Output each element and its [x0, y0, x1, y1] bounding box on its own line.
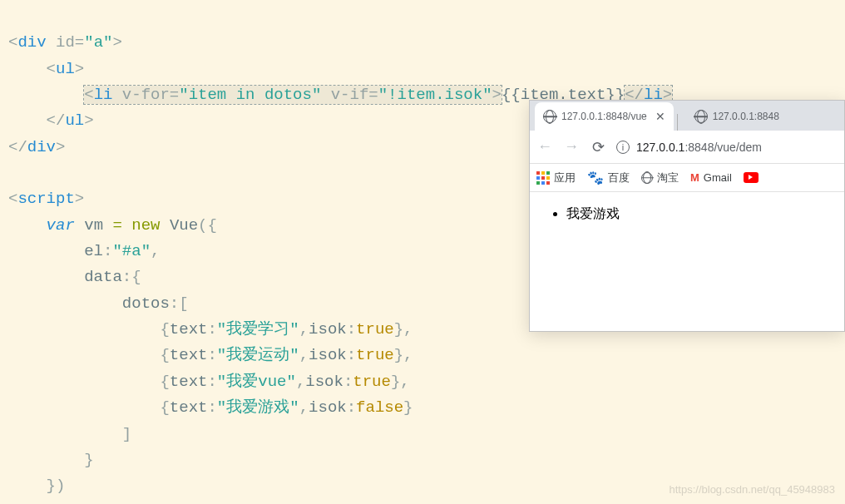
val-id: "a": [84, 33, 112, 52]
browser-window: 127.0.0.1:8848/vue ✕ 127.0.0.1:8848 ← → …: [529, 100, 845, 332]
kw-new: new: [131, 216, 160, 235]
tag-ul-close: ul: [65, 111, 84, 130]
prop-dotos: dotos: [122, 294, 170, 313]
reload-icon[interactable]: ⟳: [590, 138, 606, 156]
youtube-icon: [744, 172, 759, 183]
item0-isok: true: [356, 320, 394, 338]
attr-id: id: [56, 33, 75, 52]
bookmark-youtube[interactable]: [744, 172, 759, 183]
val-vfor: "item in dotos": [179, 86, 321, 104]
tab-title: 127.0.0.1:8848/vue: [561, 111, 647, 122]
prop-data: data: [84, 268, 122, 286]
browser-tab-active[interactable]: 127.0.0.1:8848/vue ✕: [535, 102, 674, 131]
rendered-list: 我爱游戏: [546, 205, 828, 223]
item3-isok: false: [356, 398, 403, 417]
info-icon[interactable]: i: [616, 141, 630, 154]
attr-vfor: v-for: [122, 86, 170, 104]
attr-vif: v-if: [331, 86, 369, 104]
item2-text: "我爱vue": [217, 373, 296, 391]
bookmark-apps[interactable]: 应用: [536, 170, 576, 185]
address-bar: ← → ⟳ i 127.0.0.1:8848/vue/dem: [530, 131, 844, 164]
forward-icon[interactable]: →: [563, 138, 580, 156]
back-icon[interactable]: ←: [536, 138, 553, 156]
tag-li-open: li: [94, 86, 113, 104]
browser-tab-inactive[interactable]: 127.0.0.1:8848: [686, 102, 788, 131]
tag-div-close: div: [27, 138, 56, 156]
highlighted-line: <li v-for="item in dotos" v-if="!item.is…: [84, 86, 502, 104]
globe-icon: [641, 172, 653, 184]
tab-title-2: 127.0.0.1:8848: [713, 111, 779, 122]
gmail-icon: M: [690, 171, 699, 184]
url-path: /vue/dem: [714, 141, 762, 154]
url-port: :8848: [684, 141, 714, 154]
globe-icon: [694, 110, 708, 123]
page-content: 我爱游戏: [530, 192, 844, 331]
close-icon[interactable]: ✕: [655, 110, 665, 123]
bookmark-baidu[interactable]: 🐾 百度: [587, 170, 630, 185]
globe-icon: [543, 110, 556, 123]
bookmarks-bar: 应用 🐾 百度 淘宝 M Gmail: [530, 164, 844, 192]
item3-text: "我爱游戏": [217, 398, 299, 417]
baidu-icon: 🐾: [587, 170, 604, 185]
tabs-row: 127.0.0.1:8848/vue ✕ 127.0.0.1:8848: [530, 101, 844, 131]
tag-ul-open: ul: [56, 60, 75, 78]
url-host: 127.0.0.1: [636, 141, 684, 154]
ident-vm: vm: [84, 216, 103, 235]
apps-icon: [536, 171, 550, 185]
tag-script-open: script: [17, 190, 74, 208]
bookmark-taobao-label: 淘宝: [657, 170, 679, 185]
item1-text: "我爱运动": [217, 346, 299, 364]
item2-isok: true: [353, 373, 391, 391]
bookmark-apps-label: 应用: [554, 170, 576, 185]
prop-el: el: [84, 242, 103, 260]
val-vif: "!item.isok": [378, 86, 492, 104]
bookmark-gmail-label: Gmail: [704, 171, 732, 184]
val-el: "#a": [112, 242, 151, 260]
watermark: https://blog.csdn.net/qq_45948983: [670, 483, 836, 496]
tab-divider: [677, 114, 678, 131]
tag-div: div: [17, 33, 46, 52]
bookmark-baidu-label: 百度: [608, 170, 630, 185]
ident-vue: Vue: [170, 216, 198, 235]
item1-isok: true: [356, 346, 394, 364]
url-field[interactable]: i 127.0.0.1:8848/vue/dem: [616, 141, 838, 154]
list-item: 我爱游戏: [566, 205, 828, 223]
item0-text: "我爱学习": [217, 320, 299, 338]
kw-var: var: [47, 216, 75, 235]
bookmark-gmail[interactable]: M Gmail: [690, 171, 732, 184]
bookmark-taobao[interactable]: 淘宝: [641, 170, 679, 185]
